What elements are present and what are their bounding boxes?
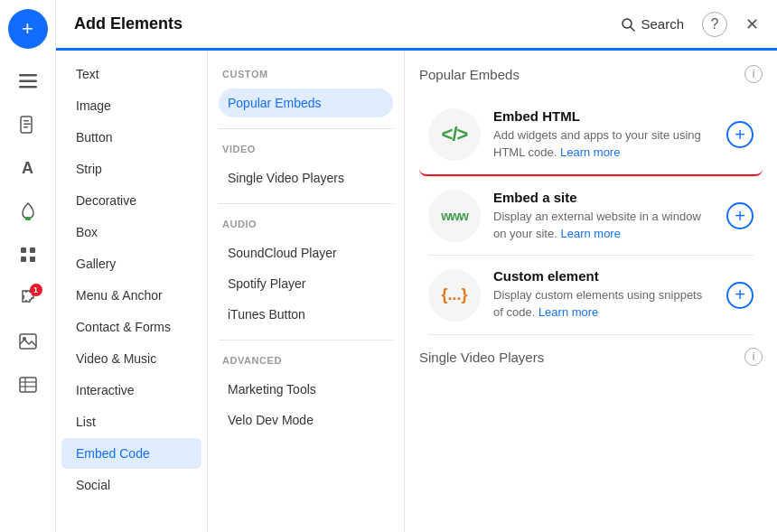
puzzle-badge: 1 (30, 284, 42, 296)
puzzle-icon-btn[interactable]: 1 (8, 278, 48, 318)
doc-icon (20, 116, 36, 134)
category-item-soundcloud-player[interactable]: SoundCloud Player (219, 238, 393, 267)
custom-code-icon: {...} (441, 285, 467, 304)
section-title: Popular Embeds (419, 67, 520, 82)
element-item-social[interactable]: Social (61, 470, 201, 500)
text-icon: A (22, 159, 33, 178)
element-item-embed-code[interactable]: Embed Code (61, 438, 201, 469)
category-item-itunes-button[interactable]: iTunes Button (219, 300, 393, 329)
panel-title: Add Elements (74, 14, 603, 33)
category-item-marketing-tools[interactable]: Marketing Tools (219, 375, 393, 404)
doc-icon-btn[interactable] (8, 105, 48, 145)
text-icon-btn[interactable]: A (8, 148, 48, 188)
custom-element-desc: Display custom elements using snippets o… (493, 287, 714, 322)
custom-element-card[interactable]: {...} Custom element Display custom elem… (419, 256, 763, 334)
search-icon (621, 17, 635, 32)
popular-embeds-header: Popular Embeds i (419, 65, 763, 83)
menu-icon-btn[interactable] (8, 61, 48, 101)
svg-rect-11 (30, 247, 35, 253)
add-element-button[interactable]: + (8, 9, 48, 49)
grid-icon-btn[interactable] (8, 235, 48, 275)
single-video-info-icon[interactable]: i (744, 348, 763, 366)
custom-element-add-button[interactable]: + (726, 282, 754, 309)
embed-site-desc: Display an external website in a window … (493, 209, 714, 243)
svg-rect-4 (19, 86, 37, 89)
element-item-menu---anchor[interactable]: Menu & Anchor (61, 280, 201, 311)
grid-icon (20, 247, 36, 263)
single-video-title: Single Video Players (419, 350, 544, 365)
custom-element-info: Custom element Display custom elements u… (493, 268, 714, 322)
top-bar: Add Elements Search ? ✕ (56, 0, 777, 51)
menu-icon (19, 74, 37, 89)
www-icon: www (441, 209, 468, 223)
element-item-list[interactable]: List (61, 406, 201, 437)
search-button[interactable]: Search (621, 16, 684, 32)
embed-html-desc: Add widgets and apps to your site using … (493, 127, 714, 162)
embed-site-card[interactable]: www Embed a site Display an external web… (419, 177, 763, 256)
svg-rect-8 (23, 126, 28, 128)
element-item-strip[interactable]: Strip (61, 154, 201, 184)
html-code-icon: </> (442, 123, 468, 146)
svg-line-1 (631, 27, 634, 31)
section-divider-3 (219, 340, 393, 341)
embed-html-title: Embed HTML (493, 108, 714, 124)
category-item-single-video-players[interactable]: Single Video Players (219, 163, 393, 192)
svg-rect-3 (19, 80, 37, 83)
element-item-video---music[interactable]: Video & Music (61, 343, 201, 374)
section-info-icon[interactable]: i (744, 65, 763, 83)
content-panel: Popular Embeds i </> Embed HTML Add widg… (405, 51, 777, 532)
section-label-video: VIDEO (219, 144, 393, 154)
element-item-button[interactable]: Button (61, 122, 201, 153)
embed-html-info: Embed HTML Add widgets and apps to your … (493, 108, 714, 162)
section-divider-1 (219, 128, 393, 129)
embed-html-add-button[interactable]: + (726, 121, 754, 148)
categories-panel: CUSTOMPopular EmbedsVIDEOSingle Video Pl… (208, 51, 405, 532)
element-item-gallery[interactable]: Gallery (61, 248, 201, 279)
paint-icon (20, 201, 36, 221)
card-divider-3 (428, 334, 754, 335)
element-item-decorative[interactable]: Decorative (61, 185, 201, 216)
svg-rect-2 (19, 74, 37, 77)
close-button[interactable]: ✕ (745, 14, 759, 34)
svg-rect-7 (23, 124, 31, 126)
element-item-text[interactable]: Text (61, 59, 201, 89)
embed-site-add-button[interactable]: + (726, 202, 754, 229)
svg-rect-9 (25, 217, 31, 220)
embed-html-card[interactable]: </> Embed HTML Add widgets and apps to y… (419, 96, 763, 176)
element-item-image[interactable]: Image (61, 90, 201, 121)
embed-html-icon-wrap: </> (428, 108, 481, 161)
element-item-contact---forms[interactable]: Contact & Forms (61, 312, 201, 342)
elements-list: TextImageButtonStripDecorativeBoxGallery… (56, 51, 207, 509)
section-divider-2 (219, 203, 393, 204)
embed-site-title: Embed a site (493, 190, 714, 205)
section-label-custom: CUSTOM (219, 69, 393, 79)
svg-rect-10 (21, 247, 26, 253)
element-item-interactive[interactable]: Interactive (61, 375, 201, 406)
embed-html-learn-more[interactable]: Learn more (560, 145, 620, 159)
image-icon-btn[interactable] (8, 322, 48, 361)
svg-rect-6 (23, 120, 29, 122)
embed-site-learn-more[interactable]: Learn more (560, 227, 620, 240)
custom-element-title: Custom element (493, 268, 714, 284)
section-label-audio: AUDIO (219, 219, 393, 229)
section-label-advanced: ADVANCED (219, 355, 393, 366)
embed-site-icon-wrap: www (428, 190, 481, 242)
search-label: Search (641, 16, 684, 32)
svg-rect-12 (21, 257, 26, 262)
svg-rect-16 (20, 378, 36, 392)
help-button[interactable]: ? (702, 12, 727, 37)
category-item-popular-embeds[interactable]: Popular Embeds (219, 89, 393, 117)
element-item-box[interactable]: Box (61, 217, 201, 247)
icon-bar: + A (0, 0, 56, 532)
category-item-velo-dev-mode[interactable]: Velo Dev Mode (219, 406, 393, 434)
paint-icon-btn[interactable] (8, 191, 48, 231)
category-item-spotify-player[interactable]: Spotify Player (219, 269, 393, 298)
table-icon (19, 377, 37, 393)
embed-site-info: Embed a site Display an external website… (493, 190, 714, 243)
custom-element-icon-wrap: {...} (428, 269, 481, 322)
svg-rect-13 (30, 257, 35, 262)
app-container: Add Elements Search ? ✕ + (0, 0, 777, 532)
custom-element-learn-more[interactable]: Learn more (538, 305, 598, 319)
table-icon-btn[interactable] (8, 365, 48, 405)
image-icon (19, 333, 37, 350)
